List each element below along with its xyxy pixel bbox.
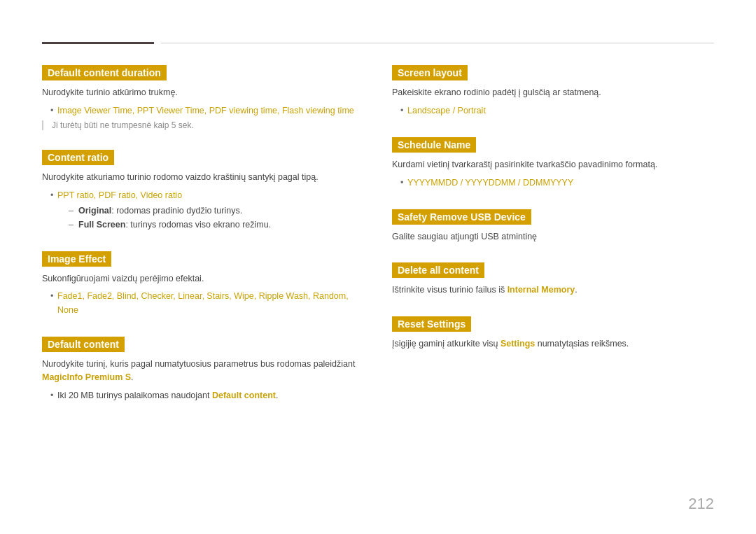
- link-date-formats: YYYYMMDD / YYYYDDMM / DDMMYYYY: [407, 178, 573, 188]
- bullet-list-default-content: Iki 20 MB turinys palaikomas naudojant D…: [42, 388, 364, 402]
- bullet-list-default-content-duration: Image Viewer Time, PPT Viewer Time, PDF …: [42, 104, 364, 118]
- section-safety-remove-usb: Safety Remove USB Device Galite saugiau …: [392, 209, 714, 244]
- section-title-image-effect: Image Effect: [42, 251, 111, 267]
- desc-screen-layout: Pakeiskite ekrano rodinio padėtį į gulsč…: [392, 86, 714, 99]
- section-default-content-duration: Default content duration Nurodykite turi…: [42, 65, 364, 130]
- top-rule: [42, 42, 714, 44]
- section-schedule-name: Schedule Name Kurdami vietinį tvarkarašt…: [392, 137, 714, 190]
- section-title-schedule-name: Schedule Name: [392, 137, 476, 153]
- desc-default-content: Nurodykite turinį, kuris pagal numatytuo…: [42, 358, 364, 384]
- text-fullscreen: : turinys rodomas viso ekrano režimu.: [125, 220, 271, 230]
- list-item: Fade1, Fade2, Blind, Checker, Linear, St…: [50, 289, 364, 317]
- link-internal-memory: Internal Memory: [507, 285, 575, 295]
- section-screen-layout: Screen layout Pakeiskite ekrano rodinio …: [392, 65, 714, 118]
- section-title-delete-all-content: Delete all content: [392, 262, 484, 278]
- link-viewer-time: Image Viewer Time, PPT Viewer Time, PDF …: [57, 106, 354, 115]
- desc-schedule-name: Kurdami vietinį tvarkaraštį pasirinkite …: [392, 158, 714, 171]
- label-original: Original: [78, 206, 111, 216]
- note-duration: Ji turėtų būti ne trumpesnė kaip 5 sek.: [42, 120, 364, 130]
- label-fullscreen: Full Screen: [78, 220, 125, 230]
- bullet-list-schedule-name: YYYYMMDD / YYYYDDMM / DDMMYYYY: [392, 176, 714, 190]
- list-item: Iki 20 MB turinys palaikomas naudojant D…: [50, 388, 364, 402]
- sub-list-item-original: Original: rodomas pradinio dydžio turiny…: [69, 204, 364, 218]
- sub-list-item-fullscreen: Full Screen: turinys rodomas viso ekrano…: [69, 218, 364, 232]
- section-title-default-content-duration: Default content duration: [42, 65, 167, 80]
- link-landscape-portrait: Landscape / Portrait: [407, 106, 486, 115]
- section-default-content: Default content Nurodykite turinį, kuris…: [42, 337, 364, 402]
- section-title-reset-settings: Reset Settings: [392, 316, 471, 332]
- section-title-content-ratio: Content ratio: [42, 150, 114, 165]
- desc-delete-all-content: Ištrinkite visus turinio failus iš Inter…: [392, 283, 714, 297]
- bullet-list-image-effect: Fade1, Fade2, Blind, Checker, Linear, St…: [42, 289, 364, 317]
- section-delete-all-content: Delete all content Ištrinkite visus turi…: [392, 262, 714, 297]
- link-effects: Fade1, Fade2, Blind, Checker, Linear, St…: [57, 291, 349, 315]
- desc-content-ratio: Nurodykite atkuriamo turinio rodomo vaiz…: [42, 171, 364, 184]
- top-rule-light: [161, 43, 714, 43]
- list-item: Image Viewer Time, PPT Viewer Time, PDF …: [50, 104, 364, 118]
- top-rule-dark: [42, 42, 154, 44]
- section-image-effect: Image Effect Sukonfigūruojami vaizdų per…: [42, 251, 364, 318]
- page-number: 212: [688, 495, 714, 513]
- link-default-content: Default content: [212, 391, 276, 400]
- col-left: Default content duration Nurodykite turi…: [42, 65, 364, 422]
- list-item: PPT ratio, PDF ratio, Video ratio Origin…: [50, 188, 364, 232]
- desc-reset-settings: Įsigijię gaminį atkurkite visų Settings …: [392, 337, 714, 351]
- two-col-layout: Default content duration Nurodykite turi…: [42, 65, 714, 422]
- sub-list-ratio: Original: rodomas pradinio dydžio turiny…: [57, 204, 364, 232]
- section-title-default-content: Default content: [42, 337, 125, 352]
- section-content-ratio: Content ratio Nurodykite atkuriamo turin…: [42, 150, 364, 232]
- desc-default-content-duration: Nurodykite turinio atkūrimo trukmę.: [42, 86, 364, 99]
- link-settings: Settings: [500, 339, 535, 349]
- bullet-list-screen-layout: Landscape / Portrait: [392, 104, 714, 118]
- list-item: YYYYMMDD / YYYYDDMM / DDMMYYYY: [400, 176, 714, 190]
- bullet-list-content-ratio: PPT ratio, PDF ratio, Video ratio Origin…: [42, 188, 364, 232]
- page-container: Default content duration Nurodykite turi…: [0, 0, 756, 464]
- link-magicinfo: MagicInfo Premium S: [42, 372, 131, 382]
- desc-safety-remove-usb: Galite saugiau atjungti USB atmintinę: [392, 230, 714, 244]
- link-ratio: PPT ratio, PDF ratio, Video ratio: [57, 190, 182, 200]
- list-item: Landscape / Portrait: [400, 104, 714, 118]
- section-title-safety-remove-usb: Safety Remove USB Device: [392, 209, 531, 225]
- text-original: : rodomas pradinio dydžio turinys.: [111, 206, 242, 216]
- desc-image-effect: Sukonfigūruojami vaizdų perėjimo efektai…: [42, 272, 364, 286]
- section-title-screen-layout: Screen layout: [392, 65, 468, 80]
- section-reset-settings: Reset Settings Įsigijię gaminį atkurkite…: [392, 316, 714, 351]
- col-right: Screen layout Pakeiskite ekrano rodinio …: [392, 65, 714, 422]
